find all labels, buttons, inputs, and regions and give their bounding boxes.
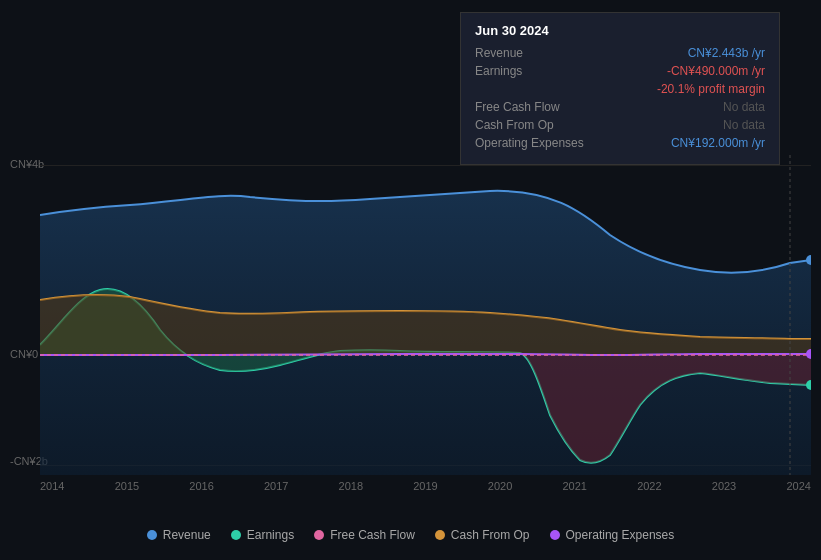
x-label-2021: 2021 [562, 480, 586, 492]
tooltip-row-fcf: Free Cash Flow No data [475, 100, 765, 114]
x-label-2018: 2018 [339, 480, 363, 492]
legend-item-fcf[interactable]: Free Cash Flow [314, 528, 415, 542]
legend-dot-earnings [231, 530, 241, 540]
tooltip-label-opex: Operating Expenses [475, 136, 585, 150]
legend-dot-revenue [147, 530, 157, 540]
tooltip-title: Jun 30 2024 [475, 23, 765, 38]
y-label-middle: CN¥0 [10, 348, 38, 360]
legend-label-cashop: Cash From Op [451, 528, 530, 542]
tooltip-value-revenue: CN¥2.443b /yr [688, 46, 765, 60]
x-label-2014: 2014 [40, 480, 64, 492]
tooltip-label-fcf: Free Cash Flow [475, 100, 585, 114]
legend-dot-fcf [314, 530, 324, 540]
tooltip-row-earnings: Earnings -CN¥490.000m /yr [475, 64, 765, 78]
tooltip-value-margin: -20.1% profit margin [657, 82, 765, 96]
tooltip-value-cashop: No data [723, 118, 765, 132]
tooltip-box: Jun 30 2024 Revenue CN¥2.443b /yr Earnin… [460, 12, 780, 165]
tooltip-value-earnings: -CN¥490.000m /yr [667, 64, 765, 78]
x-label-2020: 2020 [488, 480, 512, 492]
legend-dot-cashop [435, 530, 445, 540]
x-label-2022: 2022 [637, 480, 661, 492]
tooltip-label-cashop: Cash From Op [475, 118, 585, 132]
chart-svg [40, 155, 811, 475]
tooltip-label-margin [475, 82, 585, 96]
x-label-2016: 2016 [189, 480, 213, 492]
chart-container: Jun 30 2024 Revenue CN¥2.443b /yr Earnin… [0, 0, 821, 560]
x-label-2019: 2019 [413, 480, 437, 492]
x-label-2017: 2017 [264, 480, 288, 492]
x-label-2015: 2015 [115, 480, 139, 492]
x-label-2023: 2023 [712, 480, 736, 492]
tooltip-row-cashop: Cash From Op No data [475, 118, 765, 132]
tooltip-row-opex: Operating Expenses CN¥192.000m /yr [475, 136, 765, 150]
legend-dot-opex [550, 530, 560, 540]
legend-item-revenue[interactable]: Revenue [147, 528, 211, 542]
legend-label-revenue: Revenue [163, 528, 211, 542]
tooltip-label-revenue: Revenue [475, 46, 585, 60]
tooltip-label-earnings: Earnings [475, 64, 585, 78]
legend-item-cashop[interactable]: Cash From Op [435, 528, 530, 542]
legend-label-fcf: Free Cash Flow [330, 528, 415, 542]
tooltip-row-margin: -20.1% profit margin [475, 82, 765, 96]
x-labels: 2014 2015 2016 2017 2018 2019 2020 2021 … [40, 480, 811, 492]
legend-label-opex: Operating Expenses [566, 528, 675, 542]
legend-item-opex[interactable]: Operating Expenses [550, 528, 675, 542]
legend-label-earnings: Earnings [247, 528, 294, 542]
legend-item-earnings[interactable]: Earnings [231, 528, 294, 542]
tooltip-row-revenue: Revenue CN¥2.443b /yr [475, 46, 765, 60]
tooltip-value-fcf: No data [723, 100, 765, 114]
x-label-2024: 2024 [786, 480, 810, 492]
tooltip-value-opex: CN¥192.000m /yr [671, 136, 765, 150]
legend: Revenue Earnings Free Cash Flow Cash Fro… [0, 528, 821, 542]
